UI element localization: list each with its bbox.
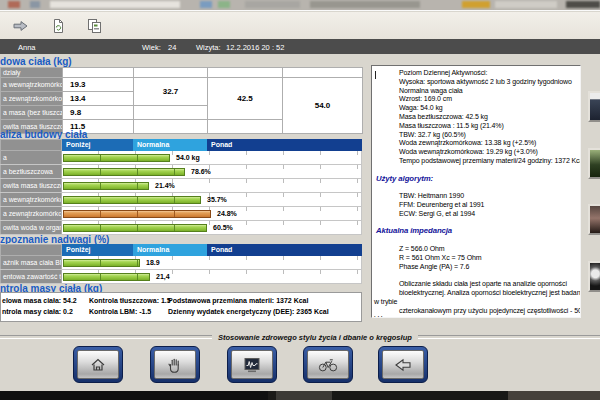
age-value: 24 [168,43,176,52]
report-line: Obliczanie składu ciała jest oparte na a… [372,280,580,289]
thumbnail-1[interactable] [588,91,600,122]
background-desktop-strip-bottom [0,391,600,400]
row-label: a [0,151,62,164]
row-label: a masa (bez tłuszczu [1,106,63,120]
bar-value: 54.0 kg [176,154,200,161]
bar-value: 18.9 [146,259,160,266]
report-line: Poziom Dziennej Aktywności: [372,69,580,78]
copy-report-icon[interactable] [86,18,103,34]
patient-name: Anna [18,43,36,52]
value-bar [63,259,140,267]
report-line: Tempo podstawowej przemiany materii/24 g… [372,157,580,166]
divider-line-right [418,335,600,339]
bar-value: 78.6% [191,168,211,175]
col-header-below: Poniżej [62,244,133,256]
report-line [372,271,580,280]
chart-header: Poniżej Normalna Ponad [0,244,362,256]
chart-row: a 54.0 kg [0,151,362,165]
report-text-panel[interactable]: Poziom Dziennej Aktywności:Wysoka: sport… [371,65,581,318]
row-label: aźnik masa ciała BMI [0,256,62,269]
row-label: a zewnątrzkomórkow [0,207,62,220]
thumbnail-3[interactable] [588,204,600,235]
report-text: Poziom Dziennej Aktywności:Wysoka: sport… [372,69,580,318]
chart-row: a beztłuszczowa 78.6% [0,165,362,179]
bar-value: 35.7% [207,196,227,203]
col-header-above: Ponad [207,244,362,256]
bar-value: 60.5% [213,224,233,231]
weight-value: 54.0 [283,78,363,134]
back-button[interactable] [378,346,428,383]
chart-row: a wewnątrzkomórkow 35.7% [0,193,362,207]
chart-row: owita masa tłuszczow 21.4% [0,179,362,193]
col-header-above: Ponad [207,139,362,151]
total-water-value: 32.7 [134,78,208,106]
home-button[interactable] [73,346,123,383]
section-title-body-composition: dowa ciała (kg) [0,56,72,67]
impedance-monitor-button[interactable] [227,346,277,383]
bar-value: 21,4 [156,273,170,280]
report-line: czterokanałowym przy użyciu pojedynczej … [372,307,580,316]
empty-cell [134,120,208,134]
bar-value: 21.4% [155,182,175,189]
hand-measure-button[interactable] [150,346,200,383]
report-line: Woda zewnątrzkomórkowa: 13.38 kg (+2.5%) [372,139,580,148]
age-label: Wiek: [142,43,161,52]
app-window: Anna Wiek: 24 Wizyta: 12.2.2016 20 : 52 … [0,10,600,392]
value-bar [63,154,170,162]
report-line: TBW: 32.7 kg (60.5%) [372,131,580,140]
hand-icon [165,356,185,374]
divider-line-left [0,335,212,339]
row-label: a zewnątrzkomórkow [1,92,63,106]
report-line: w trybie [372,298,580,307]
value-bar [63,273,150,281]
text-caret [375,71,376,79]
next-arrow-icon[interactable] [12,18,29,34]
report-line: bioelektrycznej. Analiza oporności bioel… [372,289,580,298]
row-label: a wewnątrzkomórkow [0,193,62,206]
report-line: TBW: Heitmann 1990 [372,192,580,201]
client-area: dowa ciała (kg) działy Wartości Całkowit… [0,54,600,392]
thumbnail-4[interactable] [588,261,600,292]
thumbnail-2[interactable] [588,148,600,179]
footer-divider: Stosowanie zdrowego stylu życia i dbanie… [0,331,600,343]
fat-free-mass-value: 42.5 [208,78,283,120]
row-value: 13.4 [63,92,134,106]
row-label: a beztłuszczowa [0,165,62,178]
report-line: Wysoka: sportowa aktywność 2 lub 3 godzi… [372,78,580,87]
report-heading: Aktualna impedancja [372,227,580,236]
col-header-values: Wartości [63,68,134,78]
row-label: a wewnątrzkomórkow [1,78,63,92]
target-weight: elowa masa ciała: 54.2 [2,297,77,304]
empty-cell [134,106,208,120]
report-line: Phase Angle (PA) = 7.6 [372,263,580,272]
home-icon [87,356,109,374]
chart-row: aźnik masa ciała BMI 18.9 [0,256,362,270]
bar-value: 24.8% [217,210,237,217]
report-line: kHz. [372,315,580,318]
lbm-control: Kontrola LBM: -1.5 [89,308,151,315]
report-line: Waga: 54.0 kg [372,104,580,113]
toolbar [0,12,600,40]
value-bar [63,182,149,190]
weight-check: ntrola masy ciała: 0.2 [2,308,73,315]
chart-header: Poniżej Normalna Ponad [0,139,362,151]
corner-header: działy [1,68,63,78]
report-line: FFM: Deurenberg et al 1991 [372,201,580,210]
value-bar [63,224,207,232]
report-line [372,236,580,245]
visit-label: Wizyta: [196,43,221,52]
weight-control-box: elowa masa ciała: 54.2 Kontrola tłuszczo… [0,292,362,322]
report-document-icon[interactable] [50,18,67,34]
daily-expenditure: Dzienny wydatek energetyczny (DEE): 2365… [168,308,329,315]
activity-bicycle-button[interactable] [303,346,353,383]
report-line: Masa tłuszczowa : 11.5 kg (21.4%) [372,122,580,131]
row-label: owita woda w organiz [0,221,62,234]
chart-row: entowa zawartość tłu 21,4 [0,270,362,284]
chart-row: owita woda w organiz 60.5% [0,221,362,235]
report-line: Wzrost: 169.0 cm [372,95,580,104]
waveform-monitor-icon [242,356,262,374]
overweight-chart: Poniżej Normalna Ponad aźnik masa ciała … [0,244,362,284]
report-line: ECW: Sergi G, et al 1994 [372,210,580,219]
report-line: R = 561 Ohm Xc = 75 Ohm [372,254,580,263]
col-header-lean-mass: Masa beztłuszczowa [208,68,283,78]
